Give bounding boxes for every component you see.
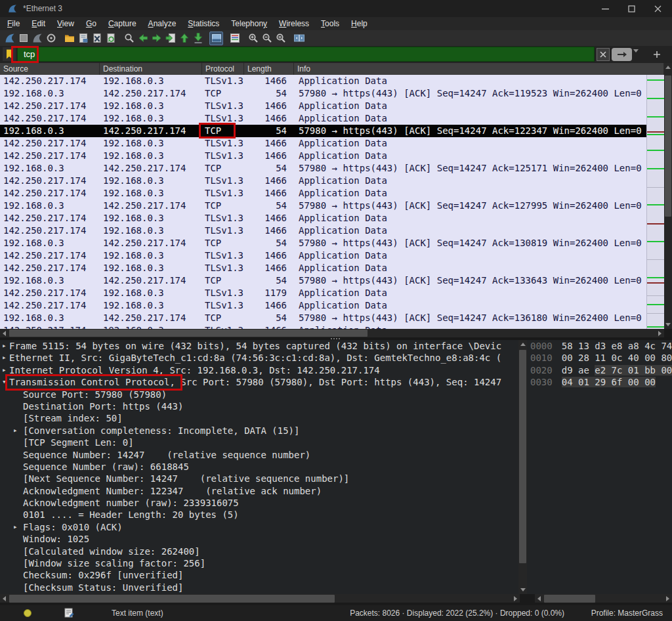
hex-row[interactable]: 001000 28 11 0c 40 00 80 (530, 352, 672, 364)
detail-line[interactable]: [Stream index: 50] (0, 412, 518, 424)
filter-add-button[interactable] (650, 48, 663, 61)
filter-clear-button[interactable] (597, 48, 610, 61)
capture-comment-icon[interactable] (64, 608, 74, 618)
detail-line[interactable]: [Next Sequence Number: 14247 (relative s… (0, 473, 518, 484)
column-header-source[interactable]: Source (0, 63, 100, 75)
packet-list-vscrollbar[interactable] (664, 63, 672, 329)
packet-list-hscrollbar[interactable] (0, 329, 664, 337)
detail-vscrollbar[interactable] (518, 340, 527, 594)
menu-analyze[interactable]: Analyze (142, 18, 182, 30)
packet-row[interactable]: 142.250.217.174192.168.0.3TLSv1.31466App… (0, 212, 646, 225)
menu-wireless[interactable]: Wireless (273, 18, 315, 30)
zoom-out-icon[interactable] (260, 32, 274, 45)
packet-row[interactable]: 192.168.0.3142.250.217.174TCP5457980 → h… (0, 162, 646, 175)
scroll-right-button[interactable] (511, 594, 520, 603)
menu-file[interactable]: File (1, 18, 26, 30)
find-packet-icon[interactable] (122, 32, 136, 45)
scroll-left-button[interactable] (0, 329, 9, 337)
maximize-button[interactable] (618, 0, 644, 17)
packet-row[interactable]: 192.168.0.3142.250.217.174TCP5457980 → h… (0, 237, 646, 249)
detail-line[interactable]: Acknowledgment number (raw): 2339316075 (0, 497, 518, 509)
detail-hscrollbar[interactable] (0, 594, 520, 603)
packet-row[interactable]: 192.168.0.3142.250.217.174TCP5457980 → h… (0, 312, 646, 324)
packet-row[interactable]: 142.250.217.174192.168.0.3TLSv1.31466App… (0, 225, 646, 237)
go-to-packet-icon[interactable] (163, 32, 177, 45)
close-button[interactable] (644, 0, 671, 17)
packet-row[interactable]: 142.250.217.174192.168.0.3TLSv1.31466App… (0, 187, 646, 200)
packet-row[interactable]: 142.250.217.174192.168.0.3TLSv1.31466App… (0, 137, 646, 150)
column-header-destination[interactable]: Destination (100, 63, 202, 75)
column-header-info[interactable]: Info (294, 63, 664, 75)
chevron-right-icon[interactable]: ▸ (2, 364, 7, 376)
zoom-reset-icon[interactable] (274, 32, 287, 45)
packet-row[interactable]: 192.168.0.3142.250.217.174TCP5457980 → h… (0, 200, 646, 212)
packet-row[interactable]: 142.250.217.174192.168.0.3TLSv1.31466App… (0, 100, 646, 112)
packet-row[interactable]: 142.250.217.174192.168.0.3TLSv1.31466App… (0, 175, 646, 187)
go-down-icon[interactable] (191, 32, 205, 45)
display-filter-input[interactable] (17, 47, 595, 62)
hex-row[interactable]: 0020d9 ae e2 7c 01 bb 00 (530, 364, 672, 376)
scroll-left-button[interactable] (535, 594, 543, 603)
menu-help[interactable]: Help (345, 18, 373, 30)
hex-row[interactable]: 003004 01 29 6f 00 00 (530, 376, 672, 388)
menu-view[interactable]: View (51, 18, 80, 30)
scroll-left-button[interactable] (0, 594, 9, 603)
scroll-up-button[interactable] (518, 340, 527, 349)
packet-row[interactable]: 192.168.0.3142.250.217.174TCP5457980 → h… (0, 274, 646, 287)
detail-line[interactable]: ▸[Conversation completeness: Incomplete,… (0, 425, 518, 437)
scrollbar-thumb[interactable] (9, 595, 335, 603)
detail-line[interactable]: Acknowledgment Number: 122347 (relative … (0, 485, 518, 497)
scrollbar-thumb[interactable] (519, 350, 526, 563)
packet-row[interactable]: 142.250.217.174192.168.0.3TLSv1.31466App… (0, 249, 646, 262)
detail-line[interactable]: Sequence Number (raw): 6618845 (0, 461, 518, 473)
packet-row[interactable]: 142.250.217.174192.168.0.3TLSv1.31466App… (0, 75, 646, 87)
packet-row[interactable]: 192.168.0.3142.250.217.174TCP5457980 → h… (0, 87, 646, 100)
scrollbar-thumb[interactable] (665, 75, 671, 217)
menu-go[interactable]: Go (80, 18, 102, 30)
go-up-icon[interactable] (177, 32, 191, 45)
resize-columns-icon[interactable] (292, 32, 306, 45)
minimize-button[interactable] (592, 0, 618, 17)
scrollbar-thumb[interactable] (544, 595, 595, 603)
save-file-icon[interactable] (76, 32, 90, 45)
packet-row[interactable]: 192.168.0.3142.250.217.174TCP5457980 → h… (0, 125, 646, 137)
reload-file-icon[interactable] (104, 32, 117, 45)
chevron-right-icon[interactable]: ▸ (13, 521, 18, 533)
detail-line[interactable]: Destination Port: https (443) (0, 400, 518, 412)
detail-line[interactable]: ▾Transmission Control Protocol, Src Port… (0, 376, 518, 388)
detail-line[interactable]: Window: 1025 (0, 533, 518, 545)
filter-bookmark-button[interactable] (3, 47, 16, 61)
scroll-down-button[interactable] (518, 586, 527, 594)
detail-line[interactable]: [Checksum Status: Unverified] (0, 582, 518, 593)
hex-row[interactable]: 000058 13 d3 e8 a8 4c 74 (530, 340, 672, 352)
column-header-length[interactable]: Length (244, 63, 294, 75)
packet-row[interactable]: 142.250.217.174192.168.0.3TLSv1.31466App… (0, 324, 646, 329)
detail-line[interactable]: ▸Flags: 0x010 (ACK) (0, 521, 518, 533)
packet-row[interactable]: 142.250.217.174192.168.0.3TLSv1.31466App… (0, 299, 646, 312)
colorize-packets-icon[interactable] (228, 32, 242, 45)
stop-capture-icon[interactable] (16, 32, 30, 45)
chevron-right-icon[interactable]: ▸ (2, 352, 7, 364)
detail-line[interactable]: Source Port: 57980 (57980) (0, 389, 518, 400)
menu-capture[interactable]: Capture (102, 18, 142, 30)
zoom-in-icon[interactable] (246, 32, 260, 45)
go-back-icon[interactable] (136, 32, 150, 45)
detail-line[interactable]: Checksum: 0x296f [unverified] (0, 569, 518, 581)
detail-line[interactable]: ▸Frame 5115: 54 bytes on wire (432 bits)… (0, 340, 518, 352)
status-profile[interactable]: Profile: MasterGrass (591, 609, 663, 618)
menu-tools[interactable]: Tools (315, 18, 345, 30)
hex-hscrollbar[interactable] (535, 594, 672, 603)
filter-apply-button[interactable] (612, 48, 632, 61)
scroll-up-button[interactable] (664, 63, 672, 72)
chevron-down-icon[interactable]: ▾ (2, 376, 7, 388)
detail-line[interactable]: 0101 .... = Header Length: 20 bytes (5) (0, 509, 518, 521)
scroll-right-button[interactable] (656, 329, 664, 337)
detail-line[interactable]: Sequence Number: 14247 (relative sequenc… (0, 449, 518, 461)
open-file-icon[interactable] (62, 32, 76, 45)
go-forward-icon[interactable] (150, 32, 163, 45)
scroll-down-button[interactable] (664, 320, 672, 329)
menu-edit[interactable]: Edit (26, 18, 51, 30)
packet-row[interactable]: 142.250.217.174192.168.0.3TLSv1.31466App… (0, 112, 646, 125)
packet-row[interactable]: 142.250.217.174192.168.0.3TLSv1.31179App… (0, 287, 646, 299)
detail-line[interactable]: [TCP Segment Len: 0] (0, 437, 518, 448)
